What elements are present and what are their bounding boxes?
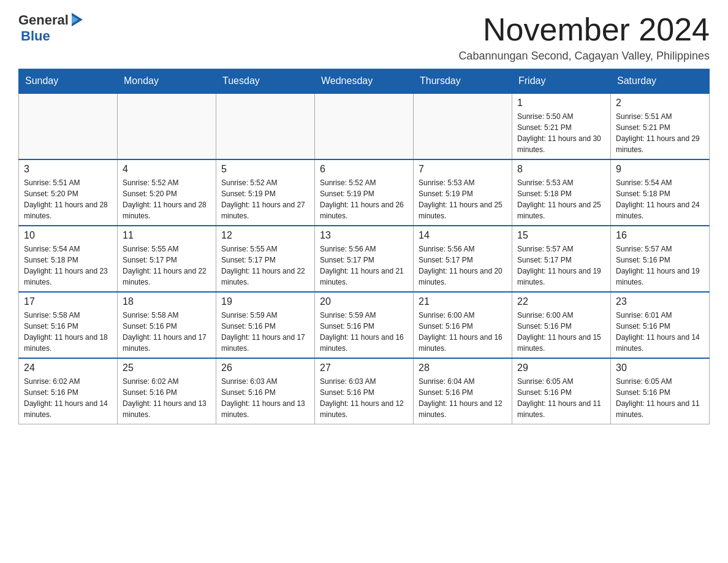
day-number: 2 (616, 98, 704, 109)
day-number: 11 (123, 230, 211, 241)
sun-info: Sunrise: 5:59 AMSunset: 5:16 PMDaylight:… (320, 310, 408, 354)
calendar-cell (414, 93, 512, 159)
calendar-header-row: SundayMondayTuesdayWednesdayThursdayFrid… (19, 69, 710, 94)
day-number: 27 (320, 362, 408, 373)
sun-info: Sunrise: 6:01 AMSunset: 5:16 PMDaylight:… (616, 310, 704, 354)
day-number: 22 (517, 296, 605, 307)
day-number: 12 (221, 230, 309, 241)
calendar-cell: 12Sunrise: 5:55 AMSunset: 5:17 PMDayligh… (216, 226, 315, 292)
calendar-cell (315, 93, 414, 159)
calendar-cell: 6Sunrise: 5:52 AMSunset: 5:19 PMDaylight… (315, 159, 414, 226)
day-number: 14 (419, 230, 507, 241)
day-number: 8 (517, 164, 605, 175)
day-number: 16 (616, 230, 704, 241)
day-number: 17 (24, 296, 112, 307)
sun-info: Sunrise: 5:51 AMSunset: 5:20 PMDaylight:… (24, 177, 112, 221)
calendar-cell: 26Sunrise: 6:03 AMSunset: 5:16 PMDayligh… (216, 358, 315, 424)
sun-info: Sunrise: 6:04 AMSunset: 5:16 PMDaylight:… (419, 376, 507, 420)
sun-info: Sunrise: 5:52 AMSunset: 5:20 PMDaylight:… (123, 177, 211, 221)
col-header-wednesday: Wednesday (315, 69, 414, 94)
calendar-cell: 19Sunrise: 5:59 AMSunset: 5:16 PMDayligh… (216, 292, 315, 358)
calendar-cell: 16Sunrise: 5:57 AMSunset: 5:16 PMDayligh… (611, 226, 710, 292)
month-title: November 2024 (458, 12, 710, 47)
sun-info: Sunrise: 5:57 AMSunset: 5:17 PMDaylight:… (517, 243, 605, 288)
calendar-cell: 1Sunrise: 5:50 AMSunset: 5:21 PMDaylight… (512, 93, 611, 159)
calendar-cell: 3Sunrise: 5:51 AMSunset: 5:20 PMDaylight… (19, 159, 118, 226)
day-number: 13 (320, 230, 408, 241)
day-number: 21 (419, 296, 507, 307)
day-number: 24 (24, 362, 112, 373)
sun-info: Sunrise: 5:59 AMSunset: 5:16 PMDaylight:… (221, 310, 309, 354)
calendar-cell: 7Sunrise: 5:53 AMSunset: 5:19 PMDaylight… (414, 159, 512, 226)
calendar-cell: 20Sunrise: 5:59 AMSunset: 5:16 PMDayligh… (315, 292, 414, 358)
location-subtitle: Cabannungan Second, Cagayan Valley, Phil… (458, 50, 710, 63)
day-number: 15 (517, 230, 605, 241)
week-row-2: 3Sunrise: 5:51 AMSunset: 5:20 PMDaylight… (19, 159, 710, 226)
logo: General Blue (18, 12, 83, 44)
sun-info: Sunrise: 5:54 AMSunset: 5:18 PMDaylight:… (616, 177, 704, 221)
calendar-cell: 29Sunrise: 6:05 AMSunset: 5:16 PMDayligh… (512, 358, 611, 424)
day-number: 4 (123, 164, 211, 175)
sun-info: Sunrise: 6:00 AMSunset: 5:16 PMDaylight:… (419, 310, 507, 354)
day-number: 30 (616, 362, 704, 373)
col-header-saturday: Saturday (611, 69, 710, 94)
sun-info: Sunrise: 6:05 AMSunset: 5:16 PMDaylight:… (616, 376, 704, 420)
calendar-cell: 15Sunrise: 5:57 AMSunset: 5:17 PMDayligh… (512, 226, 611, 292)
col-header-thursday: Thursday (414, 69, 512, 94)
col-header-tuesday: Tuesday (216, 69, 315, 94)
logo-blue-text: Blue (21, 28, 50, 44)
sun-info: Sunrise: 6:00 AMSunset: 5:16 PMDaylight:… (517, 310, 605, 354)
calendar-cell: 30Sunrise: 6:05 AMSunset: 5:16 PMDayligh… (611, 358, 710, 424)
sun-info: Sunrise: 5:55 AMSunset: 5:17 PMDaylight:… (221, 243, 309, 288)
day-number: 23 (616, 296, 704, 307)
day-number: 28 (419, 362, 507, 373)
calendar-cell: 27Sunrise: 6:03 AMSunset: 5:16 PMDayligh… (315, 358, 414, 424)
calendar-cell: 24Sunrise: 6:02 AMSunset: 5:16 PMDayligh… (19, 358, 118, 424)
calendar-cell (216, 93, 315, 159)
week-row-4: 17Sunrise: 5:58 AMSunset: 5:16 PMDayligh… (19, 292, 710, 358)
calendar-cell: 23Sunrise: 6:01 AMSunset: 5:16 PMDayligh… (611, 292, 710, 358)
calendar-cell (19, 93, 118, 159)
day-number: 7 (419, 164, 507, 175)
day-number: 29 (517, 362, 605, 373)
sun-info: Sunrise: 5:55 AMSunset: 5:17 PMDaylight:… (123, 243, 211, 288)
sun-info: Sunrise: 5:53 AMSunset: 5:19 PMDaylight:… (419, 177, 507, 221)
header: General Blue November 2024 Cabannungan S… (18, 12, 710, 63)
sun-info: Sunrise: 5:51 AMSunset: 5:21 PMDaylight:… (616, 111, 704, 155)
day-number: 26 (221, 362, 309, 373)
sun-info: Sunrise: 5:57 AMSunset: 5:16 PMDaylight:… (616, 243, 704, 288)
week-row-1: 1Sunrise: 5:50 AMSunset: 5:21 PMDaylight… (19, 93, 710, 159)
calendar-table: SundayMondayTuesdayWednesdayThursdayFrid… (18, 69, 710, 424)
col-header-sunday: Sunday (19, 69, 118, 94)
day-number: 19 (221, 296, 309, 307)
calendar-cell: 5Sunrise: 5:52 AMSunset: 5:19 PMDaylight… (216, 159, 315, 226)
day-number: 3 (24, 164, 112, 175)
sun-info: Sunrise: 6:02 AMSunset: 5:16 PMDaylight:… (24, 376, 112, 420)
calendar-cell: 2Sunrise: 5:51 AMSunset: 5:21 PMDaylight… (611, 93, 710, 159)
day-number: 9 (616, 164, 704, 175)
calendar-cell: 18Sunrise: 5:58 AMSunset: 5:16 PMDayligh… (118, 292, 216, 358)
day-number: 6 (320, 164, 408, 175)
calendar-cell: 4Sunrise: 5:52 AMSunset: 5:20 PMDaylight… (118, 159, 216, 226)
sun-info: Sunrise: 5:54 AMSunset: 5:18 PMDaylight:… (24, 243, 112, 288)
sun-info: Sunrise: 5:50 AMSunset: 5:21 PMDaylight:… (517, 111, 605, 155)
calendar-cell: 11Sunrise: 5:55 AMSunset: 5:17 PMDayligh… (118, 226, 216, 292)
sun-info: Sunrise: 5:52 AMSunset: 5:19 PMDaylight:… (320, 177, 408, 221)
day-number: 1 (517, 98, 605, 109)
calendar-cell: 8Sunrise: 5:53 AMSunset: 5:18 PMDaylight… (512, 159, 611, 226)
sun-info: Sunrise: 6:05 AMSunset: 5:16 PMDaylight:… (517, 376, 605, 420)
logo-arrow-icon (70, 13, 83, 26)
calendar-cell (118, 93, 216, 159)
day-number: 20 (320, 296, 408, 307)
week-row-3: 10Sunrise: 5:54 AMSunset: 5:18 PMDayligh… (19, 226, 710, 292)
sun-info: Sunrise: 5:56 AMSunset: 5:17 PMDaylight:… (320, 243, 408, 288)
calendar-cell: 13Sunrise: 5:56 AMSunset: 5:17 PMDayligh… (315, 226, 414, 292)
calendar-cell: 28Sunrise: 6:04 AMSunset: 5:16 PMDayligh… (414, 358, 512, 424)
calendar-cell: 10Sunrise: 5:54 AMSunset: 5:18 PMDayligh… (19, 226, 118, 292)
calendar-cell: 22Sunrise: 6:00 AMSunset: 5:16 PMDayligh… (512, 292, 611, 358)
day-number: 5 (221, 164, 309, 175)
sun-info: Sunrise: 6:02 AMSunset: 5:16 PMDaylight:… (123, 376, 211, 420)
sun-info: Sunrise: 5:53 AMSunset: 5:18 PMDaylight:… (517, 177, 605, 221)
calendar-cell: 17Sunrise: 5:58 AMSunset: 5:16 PMDayligh… (19, 292, 118, 358)
calendar-cell: 9Sunrise: 5:54 AMSunset: 5:18 PMDaylight… (611, 159, 710, 226)
